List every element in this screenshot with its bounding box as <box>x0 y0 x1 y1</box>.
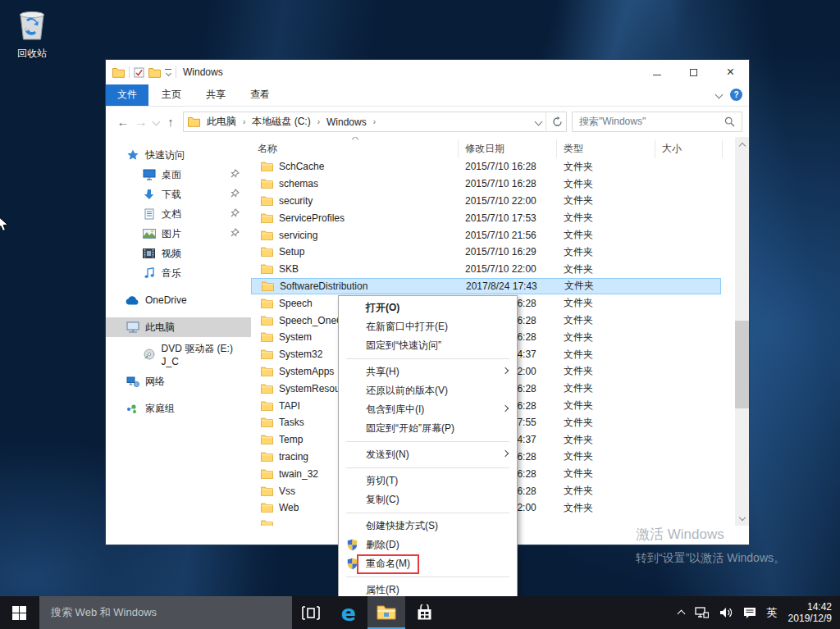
qat-properties-button[interactable] <box>134 67 144 78</box>
column-header-大小[interactable]: 大小 <box>655 139 723 158</box>
dvd-icon <box>142 349 156 360</box>
context-menu-item-还原以前的版本(V)[interactable]: 还原以前的版本(V) <box>339 381 517 400</box>
context-menu-item-共享(H)[interactable]: 共享(H) <box>339 362 517 381</box>
file-row-SoftwareDistribution[interactable]: SoftwareDistribution2017/8/24 17:43文件夹 <box>251 278 721 295</box>
sidebar-item-label: 网络 <box>145 375 165 389</box>
sidebar-item-音乐[interactable]: 音乐 <box>106 263 251 283</box>
sidebar-item-桌面[interactable]: 桌面 <box>106 165 251 185</box>
folder-icon <box>262 281 274 291</box>
store-icon[interactable] <box>405 596 443 629</box>
context-menu-item-删除(D)[interactable]: 删除(D) <box>339 536 517 554</box>
sidebar-item-家庭组[interactable]: 家庭组 <box>106 399 251 418</box>
pictures-icon <box>142 229 156 239</box>
taskbar-clock[interactable]: 14:42 2019/12/9 <box>788 601 832 624</box>
edge-browser-icon[interactable]: e <box>330 596 368 629</box>
file-row-SchCache[interactable]: SchCache2015/7/10 16:28文件夹 <box>251 158 721 175</box>
ribbon-tab-共享[interactable]: 共享 <box>194 84 237 106</box>
hidden-icons-chevron[interactable] <box>677 610 685 618</box>
minimize-button[interactable] <box>638 60 675 84</box>
taskbar-search-input[interactable]: 搜索 Web 和 Windows <box>39 596 292 629</box>
file-type: 文件夹 <box>564 245 593 259</box>
sidebar-item-图片[interactable]: 图片 <box>106 224 251 244</box>
file-name: servicing <box>279 230 446 241</box>
sidebar-item-label: 家庭组 <box>145 402 175 416</box>
file-name: ServiceProfiles <box>279 212 446 224</box>
forward-button[interactable]: → <box>132 112 150 132</box>
folder-icon <box>261 503 273 513</box>
sidebar-item-DVD 驱动器 (E:) J_C[interactable]: DVD 驱动器 (E:) J_C <box>106 344 251 364</box>
up-button[interactable]: ↑ <box>162 112 180 132</box>
help-icon[interactable]: ? <box>730 89 742 101</box>
file-explorer-taskbar-icon[interactable] <box>368 596 405 629</box>
file-row-Setup[interactable]: Setup2015/7/10 16:29文件夹 <box>251 244 721 261</box>
breadcrumb-item[interactable]: Windows <box>323 115 370 130</box>
task-view-button[interactable] <box>292 596 330 629</box>
sidebar-item-label: 桌面 <box>162 168 181 182</box>
context-menu-item-重命名(M)[interactable]: 重命名(M) <box>339 554 517 573</box>
sidebar-item-文档[interactable]: 文档 <box>106 204 251 224</box>
scroll-down-icon[interactable] <box>735 512 749 526</box>
sidebar-item-视频[interactable]: 视频 <box>106 244 251 263</box>
file-type: 文件夹 <box>564 160 593 174</box>
back-button[interactable]: ← <box>114 112 132 132</box>
maximize-button[interactable] <box>675 60 712 84</box>
file-row-ServiceProfiles[interactable]: ServiceProfiles2015/7/10 17:53文件夹 <box>251 209 721 226</box>
file-name: schemas <box>279 178 446 189</box>
qat-customize-button[interactable] <box>165 69 171 75</box>
sidebar-item-网络[interactable]: 网络 <box>106 371 251 391</box>
scrollbar-thumb[interactable] <box>735 321 749 408</box>
file-date: 2015/7/10 21:56 <box>465 230 536 241</box>
vertical-scrollbar[interactable] <box>735 137 749 526</box>
homegroup-icon <box>126 403 139 414</box>
ime-language-indicator[interactable]: 英 <box>767 605 778 620</box>
file-date: 2015/7/10 16:28 <box>465 178 536 189</box>
recycle-bin-icon <box>15 7 49 43</box>
scroll-up-icon[interactable] <box>735 137 749 151</box>
context-menu-item-在新窗口中打开(E)[interactable]: 在新窗口中打开(E) <box>339 317 517 336</box>
breadcrumb-separator-icon: › <box>316 117 322 126</box>
context-menu-item-剪切(T)[interactable]: 剪切(T) <box>339 472 517 490</box>
breadcrumb-item[interactable]: 本地磁盘 (C:) <box>249 113 313 130</box>
context-menu-item-复制(C)[interactable]: 复制(C) <box>339 490 517 509</box>
column-header-类型[interactable]: 类型 <box>557 139 655 158</box>
sidebar-item-快速访问[interactable]: 快速访问 <box>106 145 251 165</box>
close-button[interactable]: × <box>712 60 749 84</box>
address-bar[interactable]: 此电脑›本地磁盘 (C:)›Windows› <box>183 112 567 132</box>
file-row-servicing[interactable]: servicing2015/7/10 21:56文件夹 <box>251 226 721 244</box>
network-tray-icon[interactable] <box>695 607 709 618</box>
volume-tray-icon[interactable] <box>719 607 733 618</box>
recycle-bin-desktop-icon[interactable]: 回收站 <box>8 7 56 61</box>
file-row-security[interactable]: security2015/7/10 22:00文件夹 <box>251 193 721 210</box>
search-box[interactable]: 搜索"Windows" <box>572 112 742 132</box>
search-icon[interactable] <box>724 116 735 127</box>
file-row-SKB[interactable]: SKB2015/7/10 22:00文件夹 <box>251 261 721 278</box>
file-row-schemas[interactable]: schemas2015/7/10 16:28文件夹 <box>251 175 721 193</box>
ribbon-tab-查看[interactable]: 查看 <box>239 84 281 106</box>
sidebar-item-OneDrive[interactable]: OneDrive <box>106 290 251 310</box>
ribbon-collapse-icon[interactable] <box>715 91 724 99</box>
sidebar-item-下载[interactable]: 下载 <box>106 185 251 204</box>
ribbon-tab-主页[interactable]: 主页 <box>150 84 193 106</box>
start-button[interactable] <box>0 596 38 629</box>
context-menu-item-固定到“开始”屏幕(P)[interactable]: 固定到“开始”屏幕(P) <box>339 419 517 438</box>
context-menu-item-包含到库中(I)[interactable]: 包含到库中(I) <box>339 400 517 419</box>
refresh-icon[interactable] <box>548 112 566 132</box>
sidebar-item-此电脑[interactable]: 此电脑 <box>106 317 251 337</box>
breadcrumb-item[interactable]: 此电脑 <box>203 113 240 130</box>
recent-locations-icon[interactable] <box>150 112 162 132</box>
context-menu-item-发送到(N)[interactable]: 发送到(N) <box>339 445 517 464</box>
notifications-tray-icon[interactable] <box>743 607 756 619</box>
submenu-arrow-icon <box>502 405 509 412</box>
tray-time: 14:42 <box>788 601 832 613</box>
file-date: 2015/7/10 22:00 <box>465 263 536 275</box>
column-header-修改日期[interactable]: 修改日期 <box>459 139 557 158</box>
context-menu-item-打开(O)[interactable]: 打开(O) <box>339 299 517 317</box>
qat-new-folder-button[interactable] <box>148 67 161 78</box>
address-dropdown-icon[interactable] <box>532 112 544 132</box>
context-menu-item-创建快捷方式(S)[interactable]: 创建快捷方式(S) <box>339 517 517 536</box>
column-header-名称[interactable]: 名称 <box>251 139 459 158</box>
file-type: 文件夹 <box>564 177 593 191</box>
ribbon-tab-文件[interactable]: 文件 <box>106 84 148 106</box>
context-menu-item-固定到“快速访问”[interactable]: 固定到“快速访问” <box>339 336 517 355</box>
sidebar-item-label: 文档 <box>162 207 181 221</box>
